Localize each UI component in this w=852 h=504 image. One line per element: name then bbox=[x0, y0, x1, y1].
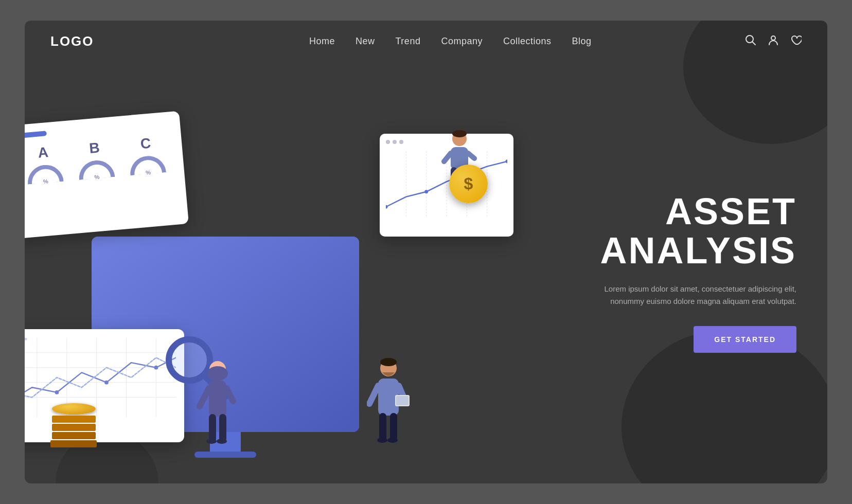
nav-links: Home New Trend Company Collections Blog bbox=[156, 36, 745, 47]
svg-line-33 bbox=[200, 388, 209, 406]
svg-point-40 bbox=[380, 358, 397, 366]
panel-label-b: B bbox=[88, 139, 100, 157]
nav-link-new[interactable]: New bbox=[356, 36, 375, 47]
panel-abc-card: A B C % % bbox=[25, 111, 189, 239]
dot-2 bbox=[393, 140, 397, 144]
hero-title-line2: ANALYSIS bbox=[600, 230, 796, 271]
gauge-a: % bbox=[26, 164, 64, 187]
svg-line-1 bbox=[752, 42, 755, 45]
gauge-b: % bbox=[78, 159, 115, 183]
coin-stack bbox=[50, 403, 97, 447]
hero-title: ASSET ANALYSIS bbox=[591, 192, 796, 270]
svg-line-55 bbox=[444, 153, 451, 161]
svg-rect-35 bbox=[209, 414, 216, 442]
panel-abc-bar bbox=[25, 131, 47, 138]
search-icon[interactable] bbox=[745, 34, 756, 48]
nav-link-collections[interactable]: Collections bbox=[503, 36, 552, 47]
hero-description: Lorem ipsum dolor sit amet, consectetuer… bbox=[591, 283, 796, 308]
person-left bbox=[194, 355, 241, 447]
gauge-c: % bbox=[129, 154, 166, 178]
nav-icons bbox=[745, 34, 802, 48]
panel-chart-card bbox=[25, 329, 184, 442]
svg-point-48 bbox=[377, 438, 387, 443]
main-content: A B C % % bbox=[25, 62, 827, 483]
nav-link-home[interactable]: Home bbox=[309, 36, 335, 47]
svg-point-37 bbox=[206, 439, 217, 444]
panel-label-a: A bbox=[37, 144, 49, 161]
page-frame: LOGO Home New Trend Company Collections … bbox=[25, 21, 827, 483]
svg-point-16 bbox=[154, 366, 158, 370]
svg-rect-17 bbox=[25, 338, 27, 340]
svg-line-56 bbox=[468, 153, 474, 158]
panel-chart-grid bbox=[25, 336, 176, 419]
nav-link-company[interactable]: Company bbox=[441, 36, 483, 47]
svg-rect-47 bbox=[390, 413, 397, 441]
navbar: LOGO Home New Trend Company Collections … bbox=[25, 21, 827, 62]
left-section: A B C % % bbox=[25, 62, 580, 483]
svg-point-51 bbox=[452, 130, 467, 137]
svg-line-42 bbox=[369, 386, 378, 404]
nav-link-blog[interactable]: Blog bbox=[572, 36, 592, 47]
dot-1 bbox=[386, 140, 390, 144]
coin-right: $ bbox=[449, 165, 488, 203]
svg-line-34 bbox=[226, 388, 233, 401]
cta-button[interactable]: GET STARTED bbox=[694, 326, 796, 353]
svg-point-27 bbox=[506, 159, 507, 163]
svg-rect-45 bbox=[396, 396, 409, 405]
panel-label-c: C bbox=[140, 135, 152, 153]
user-icon[interactable] bbox=[768, 34, 779, 48]
svg-point-49 bbox=[387, 438, 398, 443]
illustration-container: A B C % % bbox=[40, 103, 462, 473]
svg-rect-36 bbox=[219, 414, 226, 442]
svg-rect-32 bbox=[209, 381, 226, 417]
dot-3 bbox=[399, 140, 403, 144]
svg-point-31 bbox=[207, 366, 228, 381]
svg-point-2 bbox=[771, 36, 775, 40]
svg-point-38 bbox=[217, 439, 227, 444]
nav-link-trend[interactable]: Trend bbox=[396, 36, 421, 47]
hero-title-line1: ASSET bbox=[665, 191, 796, 232]
person-right bbox=[367, 355, 411, 447]
logo: LOGO bbox=[50, 33, 94, 49]
svg-rect-46 bbox=[379, 413, 386, 441]
right-section: ASSET ANALYSIS Lorem ipsum dolor sit ame… bbox=[580, 62, 827, 483]
svg-point-14 bbox=[55, 390, 59, 394]
monitor-base bbox=[194, 452, 256, 458]
heart-icon[interactable] bbox=[790, 34, 802, 48]
svg-point-15 bbox=[104, 381, 109, 385]
svg-point-25 bbox=[424, 190, 428, 193]
